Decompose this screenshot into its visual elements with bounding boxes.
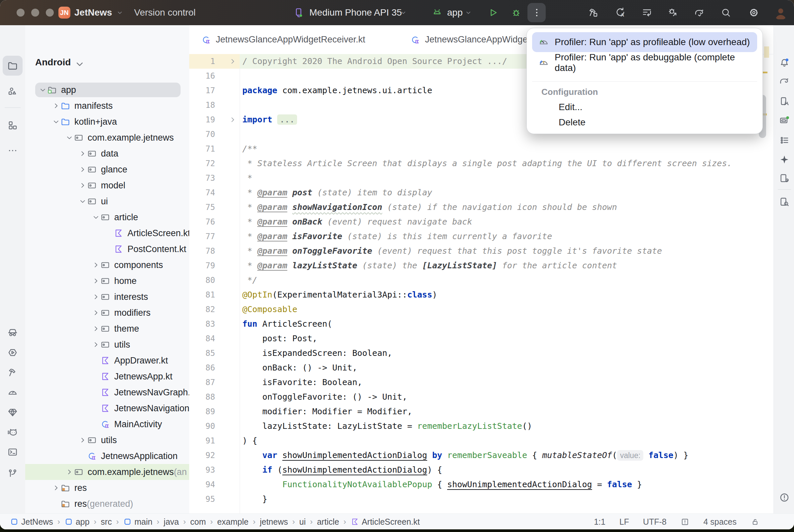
project-selector[interactable]: JetNews [74,0,112,25]
code-line-86[interactable]: 86 onBack: () -> Unit, [189,361,773,375]
popup-item-1[interactable]: Profiler: Run 'app' as profileable (low … [532,32,757,52]
tree-item-articlescreen-kt[interactable]: ArticleScreen.kt [25,225,189,241]
line-number[interactable]: 93 [189,463,215,477]
device-explorer-icon[interactable] [779,196,790,208]
chevron-down-icon[interactable] [65,133,74,142]
settings-icon[interactable] [748,7,759,18]
file-encoding[interactable]: UTF-8 [643,517,667,527]
tree-item-com-example-jetnews[interactable]: com.example.jetnews [25,130,189,146]
more-run-options-button[interactable] [528,3,546,22]
line-number[interactable]: 17 [189,83,215,98]
line-number[interactable]: 76 [189,214,215,229]
line-number[interactable]: 95 [189,492,215,507]
line-number[interactable]: 94 [189,477,215,492]
tree-item-utils[interactable]: utils [25,337,189,353]
chevron-right-icon[interactable] [92,292,100,301]
line-number[interactable]: 92 [189,448,215,463]
chevron-right-icon[interactable] [78,149,87,158]
breadcrumb-example[interactable]: example [217,517,248,527]
breadcrumb-java[interactable]: java [164,517,179,527]
chevron-down-icon[interactable] [78,197,87,206]
chevron-right-icon[interactable] [92,261,100,269]
code-line-75[interactable]: 75 * @param showNavigationIcon (state) i… [189,200,773,214]
code-line-84[interactable]: 84 post: Post, [189,331,773,346]
breadcrumb-article[interactable]: article [317,517,339,527]
running-devices-panel-icon[interactable] [779,115,790,126]
fold-marker-icon[interactable] [228,57,237,66]
code-line-72[interactable]: 72 * Stateless Article Screen that displ… [189,156,773,171]
logcat-icon[interactable] [7,426,18,438]
code-line-85[interactable]: 85 isExpandedScreen: Boolean, [189,346,773,361]
resource-manager-icon[interactable] [7,86,18,97]
code-line-90[interactable]: 90 lazyListState: LazyListState = rememb… [189,419,773,434]
structure-tool-icon[interactable] [7,120,18,131]
tree-item-res[interactable]: res [25,480,189,496]
project-tool-icon[interactable] [7,60,18,71]
chevron-down-icon[interactable] [52,117,60,126]
chevron-right-icon[interactable] [92,324,100,333]
tree-item-kotlin-java[interactable]: kotlin+java [25,114,189,130]
fold-marker-icon[interactable] [228,115,237,124]
code-line-74[interactable]: 74 * @param post (state) item to display [189,185,773,200]
code-line-88[interactable]: 88 onToggleFavorite: () -> Unit, [189,390,773,404]
code-line-78[interactable]: 78 * @param onToggleFavorite (event) req… [189,244,773,259]
tree-item-interests[interactable]: interests [25,289,189,305]
tree-item-article[interactable]: article [25,209,189,225]
line-number[interactable]: 18 [189,98,215,112]
line-number[interactable]: 73 [189,171,215,185]
problems-icon[interactable] [779,492,790,503]
run-button[interactable] [487,7,499,18]
code-line-91[interactable]: 91) { [189,434,773,448]
tree-item-home[interactable]: home [25,273,189,289]
code-line-93[interactable]: 93 if (showUnimplementedActionDialog) { [189,463,773,477]
line-number[interactable]: 78 [189,244,215,259]
breadcrumb-src[interactable]: src [101,517,112,527]
breadcrumb-ui[interactable]: ui [299,517,306,527]
popup-action-delete[interactable]: Delete [559,115,744,130]
tree-item-theme[interactable]: theme [25,321,189,337]
caret-position[interactable]: 1:1 [594,517,606,527]
tree-item-jetnewsapp-kt[interactable]: JetnewsApp.kt [25,368,189,384]
line-number[interactable]: 81 [189,288,215,302]
profiler-tool-icon[interactable] [7,387,18,398]
line-number[interactable]: 74 [189,185,215,200]
highlighting-level-icon[interactable] [681,517,689,526]
popup-action-edit[interactable]: Edit... [559,100,744,114]
code-line-82[interactable]: 82@Composable [189,302,773,317]
chevron-right-icon[interactable] [52,101,60,110]
tree-item-modifiers[interactable]: modifiers [25,305,189,321]
build-tool-icon[interactable] [7,367,18,378]
device-selector[interactable]: Medium Phone API 35 [309,0,402,25]
window-close-button[interactable] [17,8,24,17]
tree-item-glance[interactable]: glance [25,162,189,177]
build-icon[interactable] [588,7,599,18]
line-number[interactable]: 87 [189,375,215,390]
code-line-92[interactable]: 92 var showUnimplementedActionDialog by … [189,448,773,463]
breadcrumb-jetnews[interactable]: JetNews [10,517,53,527]
line-number[interactable]: 89 [189,404,215,419]
breadcrumb-com[interactable]: com [190,517,206,527]
tree-item-jetnewsnavigation[interactable]: JetnewsNavigation [25,400,189,416]
popup-item-2[interactable]: Profiler: Run 'app' as debuggable (compl… [532,53,757,73]
tree-item-appdrawer-kt[interactable]: AppDrawer.kt [25,353,189,368]
code-line-83[interactable]: 83fun ArticleScreen( [189,317,773,331]
line-number[interactable]: 83 [189,317,215,331]
code-line-80[interactable]: 80 */ [189,273,773,288]
code-line-94[interactable]: 94 FunctionalityNotAvailablePopup { show… [189,477,773,492]
line-number[interactable]: 84 [189,331,215,346]
tree-item-postcontent-kt[interactable]: PostContent.kt [25,241,189,257]
app-inspection-icon[interactable] [7,327,18,338]
line-number[interactable]: 19 [189,112,215,127]
line-number[interactable]: 86 [189,361,215,375]
gradle-icon[interactable] [779,75,790,87]
tree-item-ui[interactable]: ui [25,193,189,209]
chevron-right-icon[interactable] [78,436,87,444]
line-number[interactable]: 70 [189,127,215,141]
line-number[interactable]: 71 [189,141,215,156]
chevron-right-icon[interactable] [78,165,87,174]
code-line-81[interactable]: 81@OptIn(ExperimentalMaterial3Api::class… [189,288,773,302]
line-number[interactable]: 82 [189,302,215,317]
indent-setting[interactable]: 4 spaces [703,517,737,527]
line-number[interactable]: 77 [189,229,215,244]
breadcrumb-articlescreen-kt[interactable]: ArticleScreen.kt [351,517,420,527]
